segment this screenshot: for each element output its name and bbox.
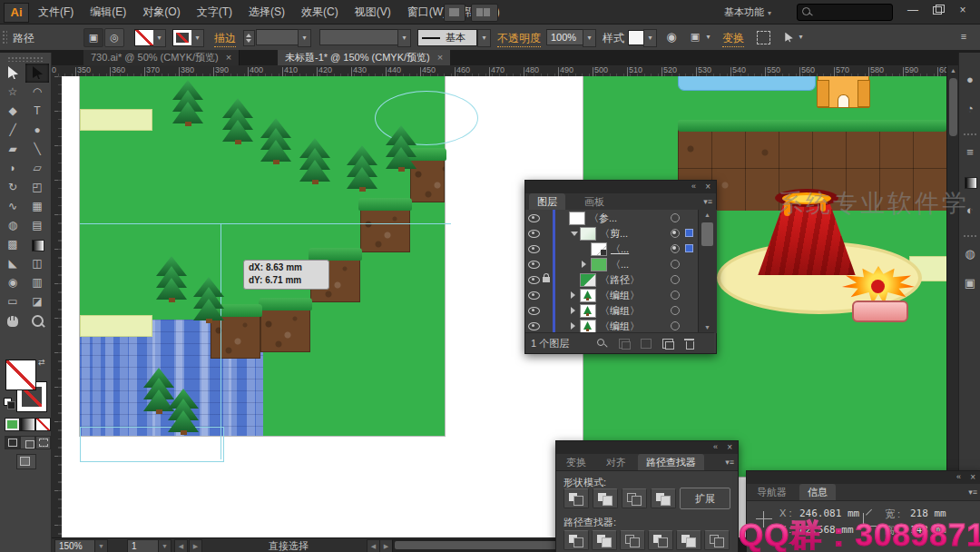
symbol-sprayer-tool[interactable]: ◉ (1, 273, 24, 292)
opacity-arrow[interactable]: ▾ (583, 29, 596, 47)
pen-tool[interactable]: ◆ (1, 102, 24, 121)
minus-front-button[interactable] (593, 488, 618, 508)
tab-align[interactable]: 对齐 (598, 454, 634, 470)
panel-menu-icon[interactable]: ▾≡ (725, 458, 734, 467)
column-graph-tool[interactable]: ▥ (25, 273, 49, 292)
none-button[interactable] (35, 418, 51, 431)
appearance-icon[interactable]: ◍ (961, 245, 979, 263)
stroke-weight-field[interactable] (256, 29, 301, 45)
stroke-icon[interactable]: ≡ (961, 143, 979, 162)
blob-brush-tool[interactable]: ◗ (1, 159, 24, 178)
color-button[interactable] (5, 418, 20, 431)
select-similar-icon[interactable]: ▣ (686, 28, 704, 45)
layer-row[interactable]: 〈编组〉 (525, 318, 698, 333)
target-circle-icon[interactable] (671, 321, 680, 330)
variable-width-field[interactable] (319, 29, 401, 45)
collapse-icon[interactable]: « (956, 472, 961, 481)
zoom-level-field[interactable]: 150% (54, 539, 96, 552)
scroll-up-icon[interactable]: ▲ (699, 210, 716, 221)
visibility-eye-icon[interactable] (528, 322, 540, 330)
opacity-field[interactable]: 100% (546, 29, 586, 45)
pathfinder-panel-header[interactable]: « × (556, 441, 738, 455)
target-circle-icon[interactable] (671, 260, 680, 269)
draw-inside-mode-button[interactable] (35, 436, 51, 449)
lasso-tool[interactable]: ◠ (25, 83, 49, 102)
layers-panel-header[interactable]: « × (525, 181, 716, 194)
bounding-box-icon[interactable] (757, 31, 770, 44)
tab-artboards[interactable]: 画板 (576, 193, 612, 210)
layer-row[interactable]: 〈编组〉 (525, 287, 698, 303)
tab-transform[interactable]: 变换 (558, 454, 594, 470)
magic-wand-tool[interactable]: ☆ (1, 83, 24, 102)
restore-button[interactable] (926, 2, 949, 19)
visibility-eye-icon[interactable] (528, 230, 540, 238)
stroke-dropdown-arrow[interactable]: ▾ (191, 29, 204, 47)
target-circle-icon[interactable] (671, 275, 680, 284)
transform-link[interactable]: 变换 (722, 31, 744, 47)
layer-name[interactable]: 〈编组〉 (600, 289, 640, 302)
anchor-handles-icon[interactable]: ▣ (83, 28, 103, 47)
layer-row[interactable]: 〈参... (525, 210, 698, 226)
layer-row[interactable]: 〈编组〉 (525, 302, 698, 319)
anchor-target-icon[interactable]: ◎ (104, 28, 124, 47)
scrollbar-thumb[interactable] (949, 78, 957, 136)
visibility-eye-icon[interactable] (528, 276, 540, 284)
expand-triangle-icon[interactable] (582, 261, 586, 268)
width-tool[interactable]: ∿ (1, 197, 24, 216)
stroke-color-swatch[interactable] (172, 29, 192, 46)
draw-behind-mode-button[interactable] (20, 436, 35, 449)
collapse-triangle-icon[interactable] (571, 232, 578, 236)
layer-name[interactable]: 〈... (611, 242, 629, 256)
ellipse-tool[interactable]: ● (25, 121, 49, 140)
mesh-tool[interactable]: ▩ (1, 235, 24, 254)
outline-button[interactable] (676, 530, 701, 550)
style-arrow[interactable]: ▾ (643, 29, 657, 47)
control-bar-grip[interactable] (2, 30, 7, 44)
new-sublayer-icon[interactable] (640, 338, 652, 349)
selection-tool[interactable] (1, 64, 24, 83)
target-circle-icon[interactable] (671, 306, 680, 315)
rotate-tool[interactable]: ↻ (1, 178, 24, 197)
stroke-link[interactable]: 描边 (214, 31, 236, 47)
minus-back-button[interactable] (704, 530, 730, 550)
draw-normal-mode-button[interactable] (5, 436, 20, 449)
opacity-link[interactable]: 不透明度 (497, 31, 541, 47)
gradient-tool[interactable] (25, 235, 49, 254)
intersect-button[interactable] (622, 488, 647, 508)
layer-name[interactable]: 〈编组〉 (600, 320, 640, 333)
panel-menu-icon[interactable]: ▾≡ (968, 488, 977, 497)
canvas[interactable]: dX: 8.63 mm dY: 6.71 mm (62, 76, 946, 537)
trim-button[interactable] (592, 530, 617, 550)
collapse-icon[interactable]: « (691, 182, 696, 191)
divide-button[interactable] (564, 530, 589, 550)
tab-close-icon[interactable]: × (226, 52, 231, 63)
brush-definition-field[interactable]: 基本 (417, 29, 477, 46)
tab-info[interactable]: 信息 (799, 484, 836, 500)
target-circle-icon[interactable] (671, 213, 680, 222)
visibility-eye-icon[interactable] (528, 307, 540, 315)
merge-button[interactable] (620, 530, 645, 550)
target-circle-icon[interactable] (671, 229, 680, 238)
visibility-eye-icon[interactable] (528, 245, 540, 253)
eyedropper-tool[interactable]: ◣ (1, 254, 24, 273)
expand-triangle-icon[interactable] (571, 322, 575, 330)
artboard-tool[interactable]: ▭ (1, 292, 24, 311)
variable-width-arrow[interactable]: ▾ (397, 29, 411, 47)
tab-pathfinder[interactable]: 路径查找器 (638, 454, 704, 470)
new-layer-icon[interactable] (662, 338, 674, 349)
tab-navigator[interactable]: 导航器 (749, 484, 795, 500)
layer-name[interactable]: 〈剪... (600, 227, 628, 241)
arrange-documents-icon[interactable] (471, 4, 498, 22)
lock-icon[interactable] (543, 277, 550, 282)
menu-item-6[interactable]: 视图(V) (355, 5, 391, 20)
hand-tool[interactable] (1, 311, 24, 330)
visibility-eye-icon[interactable] (528, 291, 540, 300)
bridge-icon[interactable] (444, 4, 466, 22)
crop-button[interactable] (648, 530, 673, 550)
scroll-right-icon[interactable]: ▶ (379, 539, 393, 552)
scrollbar-thumb[interactable] (395, 541, 558, 549)
first-artboard-icon[interactable]: ◀ (174, 539, 188, 552)
menu-item-7[interactable]: 窗口(W) (407, 5, 446, 20)
layer-name[interactable]: 〈编组〉 (600, 304, 640, 318)
fill-color-swatch[interactable] (134, 29, 154, 46)
